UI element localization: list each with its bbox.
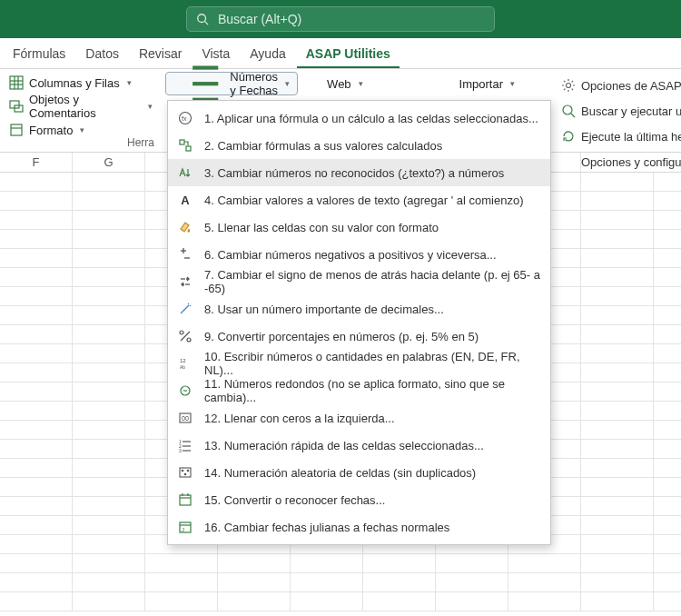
grid-cell[interactable] <box>654 173 681 191</box>
grid-cell[interactable] <box>0 383 73 401</box>
grid-cell[interactable] <box>73 344 145 363</box>
columnas-filas-button[interactable]: Columnas y Filas▾ <box>4 72 158 94</box>
grid-cell[interactable] <box>581 573 654 591</box>
grid-cell[interactable] <box>73 287 145 305</box>
grid-cell[interactable] <box>581 230 654 248</box>
grid-cell[interactable] <box>73 478 145 496</box>
objetos-comentarios-button[interactable]: Objetos y Comentarios▾ <box>4 95 158 117</box>
grid-row[interactable] <box>0 554 681 573</box>
grid-cell[interactable] <box>581 268 654 286</box>
menu-item-2[interactable]: 2. Cambiar fórmulas a sus valores calcul… <box>168 132 550 159</box>
grid-cell[interactable] <box>654 535 681 553</box>
grid-cell[interactable] <box>654 421 681 439</box>
grid-cell[interactable] <box>654 459 681 477</box>
grid-cell[interactable] <box>0 344 73 363</box>
grid-cell[interactable] <box>145 573 218 591</box>
menu-item-3[interactable]: 3. Cambiar números no reconocidos (¿text… <box>168 159 550 186</box>
grid-cell[interactable] <box>145 554 218 572</box>
grid-cell[interactable] <box>436 573 508 591</box>
grid-cell[interactable] <box>581 306 654 324</box>
opciones-asap-button[interactable]: Opciones de ASAP Utilitie <box>561 75 681 96</box>
grid-cell[interactable] <box>291 573 363 591</box>
grid-cell[interactable] <box>73 402 145 420</box>
grid-cell[interactable] <box>654 249 681 267</box>
grid-cell[interactable] <box>0 211 73 229</box>
menu-item-4[interactable]: A 4. Cambiar valores a valores de texto … <box>168 186 550 214</box>
menu-item-8[interactable]: 8. Usar un número importante de decimale… <box>168 295 550 323</box>
grid-cell[interactable] <box>654 344 681 363</box>
grid-cell[interactable] <box>0 287 73 305</box>
grid-cell[interactable] <box>73 230 145 248</box>
grid-cell[interactable] <box>654 478 681 496</box>
menu-item-15[interactable]: 15. Convertir o reconocer fechas... <box>168 486 550 513</box>
grid-cell[interactable] <box>654 440 681 458</box>
grid-cell[interactable] <box>581 535 654 553</box>
grid-cell[interactable] <box>581 592 654 611</box>
grid-cell[interactable] <box>0 268 73 286</box>
grid-cell[interactable] <box>0 173 73 191</box>
grid-cell[interactable] <box>73 592 145 611</box>
grid-cell[interactable] <box>0 363 73 382</box>
grid-cell[interactable] <box>654 306 681 324</box>
grid-cell[interactable] <box>73 192 145 210</box>
grid-cell[interactable] <box>73 249 145 267</box>
grid-cell[interactable] <box>654 268 681 286</box>
grid-cell[interactable] <box>581 478 654 496</box>
ejecute-ultima-button[interactable]: Ejecute la última herrami <box>561 125 681 147</box>
tab-ayuda[interactable]: Ayuda <box>241 40 294 68</box>
tab-formulas[interactable]: Fórmulas <box>4 40 74 68</box>
grid-cell[interactable] <box>363 554 436 572</box>
grid-cell[interactable] <box>654 516 681 534</box>
grid-cell[interactable] <box>218 573 291 591</box>
grid-cell[interactable] <box>654 192 681 210</box>
grid-cell[interactable] <box>145 592 218 611</box>
grid-cell[interactable] <box>0 554 73 572</box>
grid-cell[interactable] <box>0 230 73 248</box>
grid-cell[interactable] <box>73 421 145 439</box>
grid-cell[interactable] <box>363 573 436 591</box>
grid-cell[interactable] <box>73 459 145 477</box>
menu-item-9[interactable]: 9. Convertir porcentajes en números (p. … <box>168 323 550 350</box>
grid-cell[interactable] <box>218 554 291 572</box>
menu-item-10[interactable]: 12Ab 10. Escribir números o cantidades e… <box>168 350 550 377</box>
grid-cell[interactable] <box>581 287 654 305</box>
buscar-ejecutar-button[interactable]: Buscar y ejecutar una utili <box>561 100 681 122</box>
grid-cell[interactable] <box>581 516 654 534</box>
grid-cell[interactable] <box>654 325 681 343</box>
menu-item-14[interactable]: 14. Numeración aleatoria de celdas (sin … <box>168 459 550 486</box>
grid-cell[interactable] <box>0 249 73 267</box>
grid-cell[interactable] <box>73 440 145 458</box>
col-header[interactable]: G <box>73 153 145 172</box>
grid-row[interactable] <box>0 573 681 592</box>
grid-cell[interactable] <box>581 211 654 229</box>
grid-cell[interactable] <box>73 497 145 515</box>
tab-datos[interactable]: Datos <box>76 40 128 68</box>
grid-cell[interactable] <box>581 440 654 458</box>
menu-item-7[interactable]: 7. Cambiar el signo de menos de atrás ha… <box>168 268 550 295</box>
grid-cell[interactable] <box>581 383 654 401</box>
grid-cell[interactable] <box>581 325 654 343</box>
grid-cell[interactable] <box>0 402 73 420</box>
grid-cell[interactable] <box>581 421 654 439</box>
grid-cell[interactable] <box>73 306 145 324</box>
grid-cell[interactable] <box>508 573 581 591</box>
grid-cell[interactable] <box>581 363 654 382</box>
grid-cell[interactable] <box>73 535 145 553</box>
grid-cell[interactable] <box>0 592 73 611</box>
grid-cell[interactable] <box>291 592 363 611</box>
grid-cell[interactable] <box>436 592 508 611</box>
grid-cell[interactable] <box>654 573 681 591</box>
grid-cell[interactable] <box>0 192 73 210</box>
grid-cell[interactable] <box>218 592 291 611</box>
menu-item-12[interactable]: 00 12. Llenar con ceros a la izquierda..… <box>168 404 550 432</box>
grid-cell[interactable] <box>0 516 73 534</box>
col-header[interactable]: F <box>0 153 73 172</box>
search-box[interactable]: Buscar (Alt+Q) <box>186 6 495 32</box>
grid-cell[interactable] <box>581 344 654 363</box>
menu-item-13[interactable]: 123 13. Numeración rápida de las celdas … <box>168 432 550 459</box>
grid-cell[interactable] <box>581 249 654 267</box>
grid-cell[interactable] <box>581 173 654 191</box>
grid-cell[interactable] <box>654 402 681 420</box>
grid-cell[interactable] <box>654 230 681 248</box>
grid-cell[interactable] <box>581 554 654 572</box>
